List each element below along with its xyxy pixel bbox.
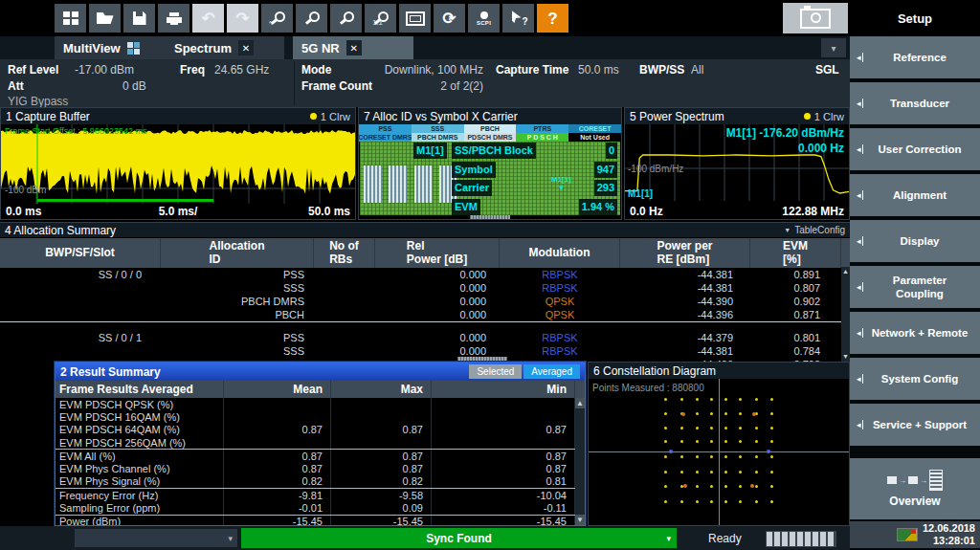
column-header-modulation[interactable]: Modulation bbox=[500, 238, 620, 268]
softkey-display[interactable]: ◂Display bbox=[850, 220, 980, 262]
tab-spectrum[interactable]: Spectrum✕ bbox=[166, 36, 284, 59]
column-header-evm[interactable]: EVM[%] bbox=[750, 238, 841, 268]
table-row[interactable]: SSS0.000RBPSK-44.3810.784 bbox=[0, 344, 850, 358]
table-row[interactable]: EVM Phys Signal (%)0.820.820.81 bbox=[56, 475, 585, 489]
alloc-id-header[interactable]: 7 Alloc ID vs Symbol X Carrier bbox=[359, 108, 621, 124]
tab-multiview[interactable]: MultiView bbox=[55, 36, 166, 59]
column-header-no-of[interactable]: No ofRBs bbox=[314, 238, 375, 268]
cell: EVM PDSCH 16QAM (%) bbox=[56, 410, 224, 423]
column-header-allocation[interactable]: AllocationID bbox=[161, 238, 314, 268]
legend-pbch: PBCH bbox=[464, 124, 517, 133]
sync-status[interactable]: Sync Found ▾ bbox=[241, 528, 677, 548]
legend-pdsch-dmrs: PDSCH DMRS bbox=[464, 133, 517, 142]
constellation-header[interactable]: 6 Constellation Diagram bbox=[589, 363, 849, 379]
fullscreen-button[interactable] bbox=[399, 4, 431, 33]
freq-value[interactable]: 24.65 GHz bbox=[214, 63, 269, 77]
softkey-system-config[interactable]: ◂System Config bbox=[850, 358, 980, 400]
softkey-network-remote[interactable]: ◂Network + Remote bbox=[850, 312, 980, 354]
column-header-mean[interactable]: Mean bbox=[224, 381, 331, 398]
table-row[interactable]: EVM PDSCH 64QAM (%)0.870.870.87 bbox=[56, 424, 585, 436]
capture-buffer-header[interactable]: 1 Capture Buffer 1 Clrw bbox=[1, 108, 355, 124]
constellation-point bbox=[770, 398, 773, 401]
table-row[interactable]: SSS0.000RBPSK-44.3810.807 bbox=[0, 281, 850, 295]
cell: -15.45 bbox=[432, 516, 575, 525]
frame-count-label: Frame Count bbox=[301, 79, 372, 93]
power-spectrum-plot[interactable] bbox=[625, 124, 849, 201]
table-config-button[interactable]: ▼ TableConfig bbox=[784, 225, 845, 235]
view-tab-averaged[interactable]: Averaged bbox=[523, 364, 580, 379]
table-row[interactable]: PBCH DMRS0.000QPSK-44.3900.902 bbox=[0, 295, 850, 308]
tab-5g-nr[interactable]: 5G NR✕ bbox=[293, 36, 413, 59]
zoom-multi-window-button[interactable] bbox=[330, 4, 362, 33]
softkey-transducer[interactable]: ◂Transducer bbox=[850, 82, 980, 124]
allocation-scrollbar[interactable]: ▲ ▼ bbox=[841, 267, 850, 362]
table-row[interactable]: SS / 0 / 0PSS0.000RBPSK-44.3810.891 bbox=[0, 268, 850, 281]
help-button[interactable]: ? bbox=[537, 4, 568, 33]
close-icon[interactable]: ✕ bbox=[346, 40, 362, 55]
zoom-one-to-one-button[interactable]: 1:1 bbox=[365, 4, 396, 33]
table-row[interactable]: Frequency Error (Hz)-9.81-9.58-10.04 bbox=[56, 489, 585, 501]
open-file-button[interactable] bbox=[89, 4, 121, 33]
column-header-min[interactable]: Min bbox=[432, 381, 575, 398]
marker-info-label: EVM bbox=[452, 199, 480, 215]
zoom-selection-button[interactable] bbox=[296, 4, 327, 33]
scroll-down-icon[interactable]: ▼ bbox=[575, 515, 585, 525]
context-help-button[interactable]: ? bbox=[502, 4, 534, 33]
softkey-parameter-coupling[interactable]: ◂Parameter Coupling bbox=[850, 266, 980, 308]
allocation-summary-header[interactable]: 4 Allocation Summary ▼ TableConfig bbox=[0, 223, 850, 237]
table-row[interactable]: PBCH0.000QPSK-44.3960.871 bbox=[0, 308, 850, 322]
bwp-ss-value[interactable]: All bbox=[691, 63, 703, 77]
alloc-grid[interactable]: M1[1]SS/PBCH Block0Symbol947Carrier293EV… bbox=[360, 142, 620, 215]
zoom-signal-button[interactable]: ∿ bbox=[261, 4, 293, 33]
undo-button[interactable]: ↶ bbox=[192, 4, 224, 33]
close-icon[interactable]: ✕ bbox=[238, 40, 254, 55]
redo-button[interactable]: ↷ bbox=[227, 4, 258, 33]
tab-overflow-dropdown[interactable]: ▾ bbox=[821, 38, 846, 57]
table-row[interactable]: EVM PDSCH 256QAM (%) bbox=[56, 436, 585, 450]
column-header-power-per[interactable]: Power perRE [dBm] bbox=[620, 238, 750, 268]
softkey-alignment[interactable]: ◂Alignment bbox=[850, 174, 980, 216]
column-header-bwp-sf-slot[interactable]: BWP/SF/Slot bbox=[0, 238, 161, 268]
table-row[interactable]: EVM All (%)0.870.870.87 bbox=[56, 450, 585, 462]
softkey-user-correction[interactable]: ◂User Correction bbox=[850, 128, 980, 170]
single-sweep-button[interactable]: ⟳s bbox=[434, 4, 465, 33]
att-value[interactable]: 0 dB bbox=[122, 79, 146, 93]
softkey-service-support[interactable]: ◂Service + Support bbox=[850, 404, 980, 446]
table-row[interactable]: EVM Phys Channel (%)0.870.870.87 bbox=[56, 462, 585, 474]
table-row[interactable]: EVM PDSCH QPSK (%) bbox=[56, 398, 585, 410]
column-header-max[interactable]: Max bbox=[331, 381, 432, 398]
capture-time-value[interactable]: 50.0 ms bbox=[578, 63, 619, 77]
column-header-rel[interactable]: RelPower [dB] bbox=[375, 238, 500, 268]
constellation-plot[interactable] bbox=[589, 379, 849, 525]
frame-count-value[interactable]: 2 of 2(2) bbox=[364, 79, 483, 93]
capture-buffer-plot[interactable] bbox=[1, 124, 355, 204]
result-scrollbar[interactable]: ▲ ▼ bbox=[575, 398, 585, 525]
view-tab-selected[interactable]: Selected bbox=[469, 364, 522, 379]
constellation-point bbox=[664, 500, 667, 503]
scroll-down-icon[interactable]: ▼ bbox=[842, 352, 849, 362]
cell: -44.390 bbox=[620, 296, 750, 307]
mode-value[interactable]: Downlink, 100 MHz bbox=[364, 63, 483, 77]
overview-label: Overview bbox=[889, 495, 940, 508]
status-dropdown[interactable]: ▾ bbox=[75, 529, 237, 547]
power-spectrum-header[interactable]: 5 Power Spectrum 1 Clrw bbox=[625, 108, 849, 124]
scpi-recorder-button[interactable]: SCPI bbox=[468, 4, 500, 33]
constellation-point-highlight bbox=[752, 412, 756, 416]
table-row[interactable]: EVM PDSCH 16QAM (%) bbox=[56, 410, 585, 423]
h-scroll-handle[interactable] bbox=[470, 215, 510, 219]
ref-level-value[interactable]: -17.00 dBm bbox=[75, 63, 134, 77]
screenshot-button[interactable] bbox=[783, 3, 848, 33]
table-row[interactable]: Power (dBm)-15.45-15.45-15.45 bbox=[56, 516, 585, 525]
table-row[interactable]: Sampling Error (ppm)-0.010.09-0.11 bbox=[56, 501, 585, 515]
overview-button[interactable]: →→ Overview bbox=[850, 458, 980, 519]
windows-logo-button[interactable] bbox=[55, 4, 86, 33]
save-button[interactable] bbox=[123, 4, 155, 33]
cell: EVM Phys Signal (%) bbox=[56, 475, 224, 488]
column-header-frame-results-averaged[interactable]: Frame Results Averaged bbox=[56, 381, 224, 398]
print-button[interactable] bbox=[158, 4, 189, 33]
softkey-reference[interactable]: ◂Reference bbox=[850, 36, 980, 78]
table-row[interactable]: SS / 0 / 1PSS0.000RBPSK-44.3790.801 bbox=[0, 331, 850, 344]
scroll-up-icon[interactable]: ▲ bbox=[575, 398, 585, 408]
result-summary-titlebar[interactable]: 2 Result Summary SelectedAveraged bbox=[56, 363, 585, 381]
scroll-up-icon[interactable]: ▲ bbox=[842, 267, 849, 276]
